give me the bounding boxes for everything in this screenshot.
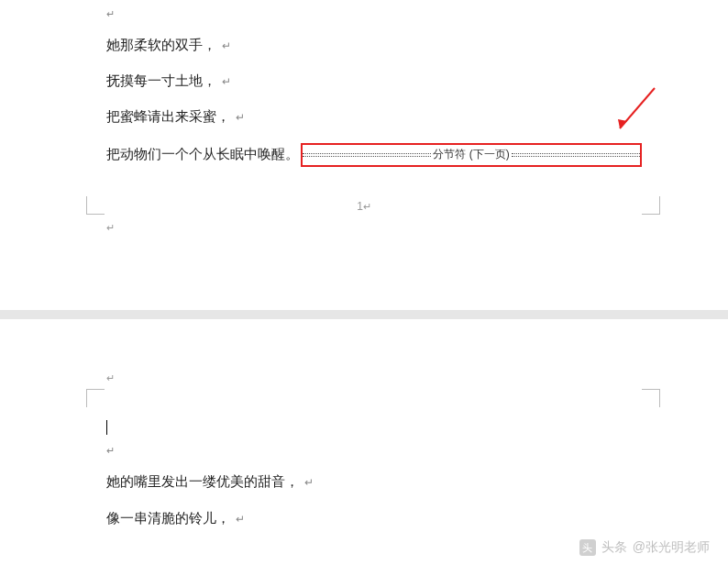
line-text: 她的嘴里发出一缕优美的甜音， [106,474,299,489]
line-text: 她那柔软的双手， [106,38,216,52]
paragraph-mark-icon: ↵ [106,445,115,456]
cursor-line[interactable] [106,416,642,437]
page-number: 1↵ [0,200,728,213]
page-2-body[interactable]: ↵ 她的嘴里发出一缕优美的甜音， ↵ 像一串清脆的铃儿， ↵ [0,319,728,529]
annotation-arrow-icon [614,86,656,136]
margin-corner-icon [642,389,660,407]
text-line[interactable]: 她那柔软的双手， ↵ [106,35,642,56]
watermark: 头 头条 @张光明老师 [579,539,710,556]
text-line[interactable]: 像一串清脆的铃儿， ↵ [106,508,642,529]
page-1-body[interactable]: ↵ 她那柔软的双手， ↵ 抚摸每一寸土地， ↵ 把蜜蜂请出来采蜜， ↵ 把动物们… [0,0,728,167]
section-break-label: 分节符 (下一页) [431,147,511,162]
text-line[interactable]: 她的嘴里发出一缕优美的甜音， ↵ [106,471,642,493]
toutiao-logo-icon: 头 [579,539,596,556]
page-gap [0,310,728,319]
text-line[interactable]: 抚摸每一寸土地， ↵ [106,71,642,92]
paragraph-mark-icon: ↵ [106,8,115,19]
margin-corner-icon [86,389,105,407]
paragraph-mark-icon: ↵ [222,75,231,88]
paragraph-mark-icon: ↵ [106,222,115,234]
dotted-leader [303,153,431,157]
page-1: ↵ 她那柔软的双手， ↵ 抚摸每一寸土地， ↵ 把蜜蜂请出来采蜜， ↵ 把动物们… [0,0,728,310]
paragraph-mark-icon: ↵ [222,39,231,52]
section-break-row[interactable]: 把动物们一个个从长眠中唤醒。 分节符 (下一页) [106,143,642,167]
dotted-leader [512,153,640,157]
watermark-prefix: 头条 [601,539,627,556]
text-cursor-icon [106,420,107,435]
page-2: ↵ ↵ 她的嘴里发出一缕优美的甜音， ↵ 像一串清脆的铃儿， ↵ [0,319,728,565]
text-line[interactable]: 把蜜蜂请出来采蜜， ↵ [106,106,642,127]
paragraph-mark-icon: ↵ [304,476,314,489]
paragraph-mark-icon: ↵ [106,372,115,384]
line-text: 把动物们一个个从长眠中唤醒。 [106,146,299,163]
line-text: 像一串清脆的铃儿， [106,511,230,526]
paragraph-mark-icon: ↵ [236,513,245,526]
watermark-author: @张光明老师 [633,539,710,556]
paragraph-mark-icon: ↵ [236,111,245,124]
paragraph-mark-icon: ↵ [363,201,371,212]
line-text: 抚摸每一寸土地， [106,73,216,88]
section-break-highlight: 分节符 (下一页) [301,143,642,167]
line-text: 把蜜蜂请出来采蜜， [106,109,230,124]
